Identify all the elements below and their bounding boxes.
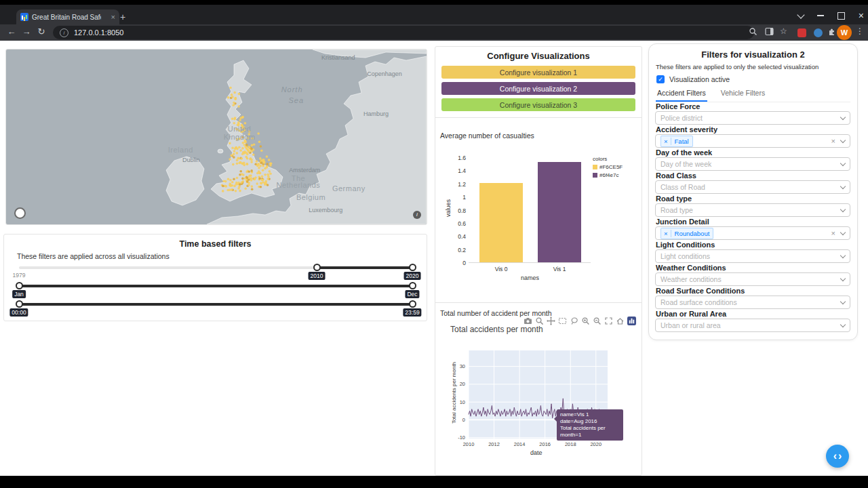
year-handle-end[interactable] — [409, 264, 416, 271]
map-land-isle-of-man — [218, 149, 223, 153]
configure-vis-1-button[interactable]: Configure visualization 1 — [441, 66, 635, 79]
autoscale-icon[interactable] — [604, 317, 613, 325]
chevron-down-icon[interactable] — [840, 138, 846, 143]
window-minimize-icon[interactable] — [817, 15, 824, 16]
filter-label-accident-severity: Accident severity — [656, 125, 717, 134]
urban-or-rural-area-dropdown[interactable]: Urban or rural area — [655, 319, 850, 332]
bottom-bar — [0, 476, 868, 488]
reset-axes-icon[interactable] — [616, 317, 625, 325]
bookmark-star-icon[interactable]: ☆ — [780, 26, 787, 36]
road-type-dropdown[interactable]: Road type — [655, 203, 850, 217]
carousel-nav-fab[interactable]: ‹ › — [826, 445, 849, 468]
bar-ytick: 1 — [442, 194, 466, 201]
tab-close-icon[interactable]: × — [111, 13, 115, 21]
address-bar[interactable]: i 127.0.0.1:8050 — [53, 26, 754, 39]
refresh-icon[interactable]: ↻ — [35, 26, 47, 37]
junction-detail-dropdown[interactable]: ×Roundabout× — [655, 226, 850, 240]
road-class-dropdown[interactable]: Class of Road — [655, 180, 850, 194]
window-maximize-icon[interactable] — [837, 12, 845, 20]
filter-label-road-class: Road Class — [656, 171, 696, 180]
bar-chart-section: Average number of casualties values 00.2… — [435, 117, 642, 303]
slider-track[interactable] — [317, 266, 412, 269]
next-arrow-icon[interactable]: › — [838, 450, 842, 462]
year-min-mark: 1979 — [13, 272, 26, 279]
zoom-in-icon[interactable] — [581, 317, 590, 325]
chevron-down-icon[interactable] — [840, 322, 846, 327]
forward-icon[interactable]: → — [20, 26, 33, 37]
new-tab-button[interactable]: + — [117, 11, 129, 23]
chevron-down-icon[interactable] — [840, 276, 846, 281]
tooltip-line: date=Aug 2016 — [560, 418, 620, 425]
remove-tag-icon[interactable]: × — [661, 138, 671, 145]
pan-icon[interactable] — [547, 317, 555, 325]
url-text: 127.0.0.1:8050 — [74, 28, 123, 37]
year-handle-start[interactable] — [313, 264, 321, 271]
line-plot[interactable]: -100102030201020122014201620182020 — [447, 346, 623, 462]
bar-ytick: 0 — [442, 260, 466, 266]
configure-vis-2-button[interactable]: Configure visualization 2 — [441, 82, 635, 95]
back-icon[interactable]: ← — [5, 26, 18, 37]
line-chart-section: Total number of accident per month Total… — [435, 302, 642, 476]
visualization-active-checkbox[interactable]: ✓ — [656, 75, 665, 83]
configure-vis-3-button[interactable]: Configure visualization 3 — [441, 98, 635, 111]
chevron-down-icon[interactable] — [840, 230, 846, 235]
month-start-badge: Jan — [12, 290, 26, 298]
search-icon[interactable] — [749, 27, 757, 38]
map-control-button[interactable] — [14, 207, 26, 219]
plotly-logo-icon[interactable] — [627, 317, 636, 325]
selected-tag-fatal: ×Fatal — [660, 136, 693, 147]
chevron-down-icon[interactable] — [840, 299, 846, 304]
day-of-the-week-dropdown[interactable]: Day of the week — [655, 157, 850, 171]
police-force-dropdown[interactable]: Police district — [655, 111, 850, 125]
chevron-down-icon[interactable] — [840, 115, 846, 120]
window-close-icon[interactable]: × — [859, 12, 864, 19]
year-range-slider[interactable]: 1979 2010 2020 — [19, 266, 412, 269]
extension-red-icon[interactable] — [797, 28, 806, 37]
box-select-icon[interactable] — [558, 317, 567, 325]
light-conditions-dropdown[interactable]: Light conditions — [655, 249, 850, 263]
month-range-slider[interactable]: Jan Dec — [19, 285, 412, 287]
bar-vis-1 — [538, 162, 581, 262]
filter-label-road-surface-conditions: Road Surface Conditions — [656, 287, 745, 295]
chevron-down-icon[interactable] — [840, 253, 846, 258]
chevron-down-icon[interactable] — [840, 184, 846, 189]
extension-blue-icon[interactable] — [814, 28, 823, 37]
extensions-puzzle-icon[interactable] — [827, 27, 836, 38]
slider-track[interactable] — [19, 303, 412, 306]
site-info-icon[interactable]: i — [60, 28, 68, 37]
time-handle-start[interactable] — [16, 300, 23, 308]
profile-avatar[interactable]: W — [837, 25, 852, 40]
month-handle-end[interactable] — [409, 282, 416, 289]
clear-dropdown-icon[interactable]: × — [831, 138, 835, 145]
side-panel-icon[interactable] — [765, 27, 774, 38]
dropdown-placeholder: Weather conditions — [660, 275, 722, 283]
prev-arrow-icon[interactable]: ‹ — [833, 450, 837, 462]
accident-map[interactable]: KristiansandCopenhagenNorthSeaHamburgUni… — [5, 49, 427, 225]
chevron-down-icon[interactable] — [840, 161, 846, 166]
remove-tag-icon[interactable]: × — [661, 230, 671, 237]
filter-label-road-type: Road type — [656, 195, 692, 203]
chevron-down-icon[interactable] — [840, 207, 846, 212]
zoom-out-icon[interactable] — [593, 317, 601, 325]
filter-label-police-force: Police Force — [656, 102, 700, 110]
legend-entry-1: #6f4e7c — [599, 172, 618, 178]
tab-title: Great Britain Road Safety Data D — [32, 14, 101, 21]
time-handle-end[interactable] — [409, 300, 416, 308]
tab-accident-filters[interactable]: Accident Filters — [656, 87, 707, 102]
browser-menu-icon[interactable]: ⋮ — [856, 26, 864, 36]
dropdown-placeholder: Road type — [660, 206, 693, 214]
map-attribution-icon[interactable]: i — [413, 211, 421, 219]
lasso-icon[interactable] — [570, 317, 578, 325]
slider-track[interactable] — [19, 285, 412, 287]
weather-conditions-dropdown[interactable]: Weather conditions — [655, 272, 850, 286]
tab-search-icon[interactable] — [797, 11, 804, 18]
map-canvas[interactable] — [6, 49, 427, 224]
clear-dropdown-icon[interactable]: × — [831, 230, 835, 237]
browser-tab[interactable]: Great Britain Road Safety Data D × — [16, 9, 119, 24]
accident-severity-dropdown[interactable]: ×Fatal× — [655, 134, 850, 148]
time-range-slider[interactable]: 00:00 23:59 — [19, 303, 412, 306]
month-handle-start[interactable] — [16, 282, 23, 289]
tab-vehicle-filters[interactable]: Vehicle Filters — [719, 87, 766, 102]
middle-panel: Configure Visualizations Configure visua… — [435, 46, 642, 476]
road-surface-conditions-dropdown[interactable]: Road surface conditions — [655, 296, 850, 309]
